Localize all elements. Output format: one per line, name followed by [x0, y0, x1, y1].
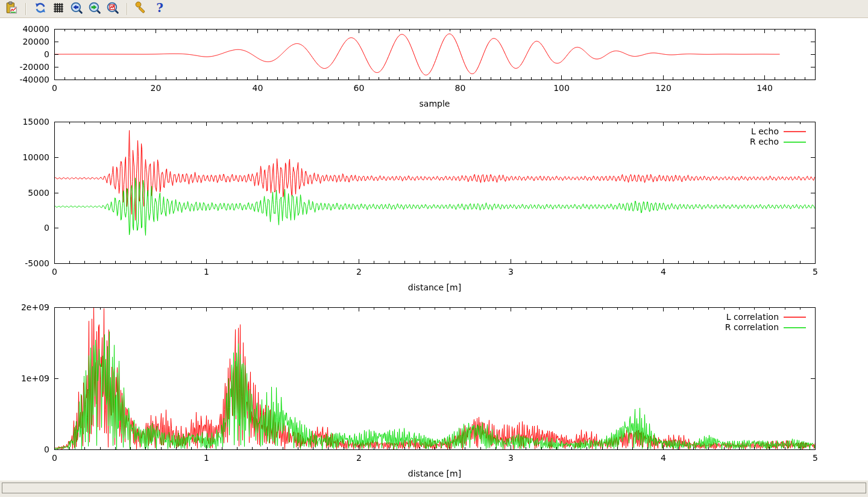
toolbar: ? [0, 0, 868, 18]
replot-button[interactable] [33, 2, 48, 16]
svg-text:?: ? [156, 1, 163, 14]
magnifier-left-arrow-icon [70, 1, 83, 16]
grid-icon [52, 1, 65, 16]
autoscale-button[interactable] [105, 2, 120, 16]
zoom-previous-button[interactable] [69, 2, 84, 16]
wrench-icon [135, 1, 148, 16]
toolbar-separator [25, 3, 27, 15]
status-text [2, 483, 866, 493]
copy-to-clipboard-button[interactable] [4, 2, 19, 16]
magnifier-right-arrow-icon [88, 1, 101, 16]
status-bar [0, 480, 868, 497]
help-button[interactable]: ? [153, 2, 167, 16]
magnifier-plot-icon [106, 1, 119, 16]
plot-canvas[interactable] [0, 0, 868, 497]
gnuplot-window: { "toolbar": { "buttons": [ {"id": "copy… [0, 0, 868, 497]
toggle-grid-button[interactable] [51, 2, 66, 16]
configure-button[interactable] [134, 2, 149, 16]
toolbar-separator [127, 3, 128, 15]
zoom-next-button[interactable] [87, 2, 102, 16]
refresh-icon [34, 1, 47, 16]
question-mark-icon: ? [153, 1, 166, 16]
clipboard-plot-icon [5, 1, 18, 16]
